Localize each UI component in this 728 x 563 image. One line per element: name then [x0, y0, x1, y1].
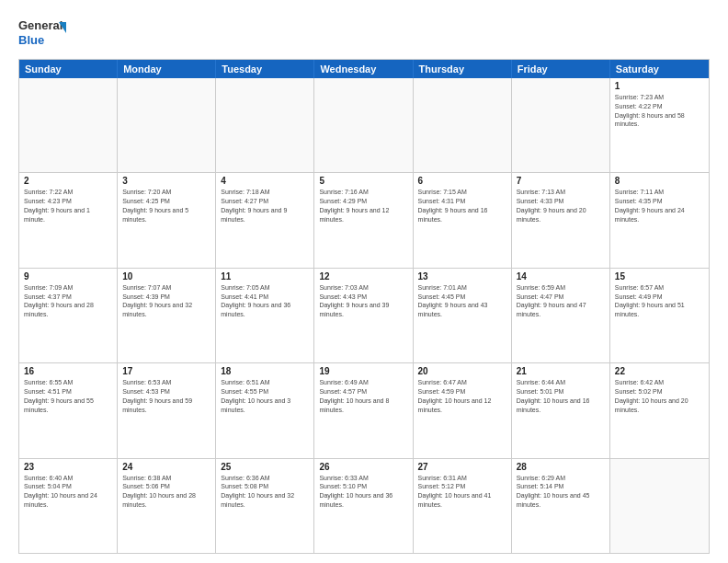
day-number: 13	[418, 271, 506, 282]
calendar-day-17: 17Sunrise: 6:53 AM Sunset: 4:53 PM Dayli…	[118, 363, 216, 457]
day-header-tuesday: Tuesday	[216, 60, 314, 78]
day-number: 23	[24, 462, 112, 472]
calendar-day-2: 2Sunrise: 7:22 AM Sunset: 4:23 PM Daylig…	[19, 173, 118, 267]
day-number: 17	[122, 366, 210, 376]
day-number: 3	[122, 176, 210, 186]
calendar-header-row: SundayMondayTuesdayWednesdayThursdayFrid…	[19, 60, 709, 78]
calendar-day-10: 10Sunrise: 7:07 AM Sunset: 4:39 PM Dayli…	[118, 269, 216, 362]
day-info: Sunrise: 6:42 AM Sunset: 5:02 PM Dayligh…	[615, 378, 704, 414]
day-info: Sunrise: 6:38 AM Sunset: 5:06 PM Dayligh…	[122, 474, 210, 510]
day-number: 14	[517, 271, 605, 282]
calendar-empty-cell	[216, 78, 314, 172]
day-number: 15	[615, 271, 704, 282]
day-number: 21	[517, 366, 605, 376]
day-number: 18	[221, 366, 309, 376]
calendar-day-1: 1Sunrise: 7:23 AM Sunset: 4:22 PM Daylig…	[610, 78, 709, 172]
day-info: Sunrise: 6:44 AM Sunset: 5:01 PM Dayligh…	[517, 378, 605, 414]
day-info: Sunrise: 7:07 AM Sunset: 4:39 PM Dayligh…	[122, 283, 210, 319]
day-header-friday: Friday	[512, 60, 610, 78]
day-info: Sunrise: 6:33 AM Sunset: 5:10 PM Dayligh…	[319, 474, 407, 510]
logo: GeneralBlue	[18, 15, 66, 52]
calendar-week-3: 9Sunrise: 7:09 AM Sunset: 4:37 PM Daylig…	[19, 269, 709, 363]
calendar-day-20: 20Sunrise: 6:47 AM Sunset: 4:59 PM Dayli…	[414, 363, 512, 457]
day-number: 6	[418, 176, 506, 186]
day-number: 11	[221, 271, 309, 282]
calendar-day-14: 14Sunrise: 6:59 AM Sunset: 4:47 PM Dayli…	[512, 269, 610, 362]
calendar-day-9: 9Sunrise: 7:09 AM Sunset: 4:37 PM Daylig…	[19, 269, 118, 362]
calendar-empty-cell	[610, 459, 709, 553]
calendar-week-1: 1Sunrise: 7:23 AM Sunset: 4:22 PM Daylig…	[19, 78, 709, 173]
day-header-thursday: Thursday	[414, 60, 512, 78]
calendar-day-12: 12Sunrise: 7:03 AM Sunset: 4:43 PM Dayli…	[314, 269, 413, 362]
calendar-day-5: 5Sunrise: 7:16 AM Sunset: 4:29 PM Daylig…	[314, 173, 413, 267]
day-info: Sunrise: 6:57 AM Sunset: 4:49 PM Dayligh…	[615, 283, 704, 319]
day-info: Sunrise: 6:29 AM Sunset: 5:14 PM Dayligh…	[517, 474, 605, 510]
calendar-week-2: 2Sunrise: 7:22 AM Sunset: 4:23 PM Daylig…	[19, 173, 709, 268]
calendar-empty-cell	[314, 78, 413, 172]
day-number: 8	[615, 176, 704, 186]
calendar-day-15: 15Sunrise: 6:57 AM Sunset: 4:49 PM Dayli…	[610, 269, 709, 362]
calendar-day-24: 24Sunrise: 6:38 AM Sunset: 5:06 PM Dayli…	[118, 459, 216, 553]
day-info: Sunrise: 7:20 AM Sunset: 4:25 PM Dayligh…	[122, 188, 210, 224]
calendar-day-27: 27Sunrise: 6:31 AM Sunset: 5:12 PM Dayli…	[414, 459, 512, 553]
day-info: Sunrise: 7:09 AM Sunset: 4:37 PM Dayligh…	[24, 283, 112, 319]
calendar-day-7: 7Sunrise: 7:13 AM Sunset: 4:33 PM Daylig…	[512, 173, 610, 267]
logo-svg: GeneralBlue	[18, 15, 66, 52]
day-info: Sunrise: 6:31 AM Sunset: 5:12 PM Dayligh…	[418, 474, 506, 510]
calendar-day-18: 18Sunrise: 6:51 AM Sunset: 4:55 PM Dayli…	[216, 363, 314, 457]
day-number: 10	[122, 271, 210, 282]
calendar-day-6: 6Sunrise: 7:15 AM Sunset: 4:31 PM Daylig…	[414, 173, 512, 267]
calendar: SundayMondayTuesdayWednesdayThursdayFrid…	[18, 59, 710, 554]
day-number: 16	[24, 366, 112, 376]
calendar-day-19: 19Sunrise: 6:49 AM Sunset: 4:57 PM Dayli…	[314, 363, 413, 457]
day-info: Sunrise: 7:23 AM Sunset: 4:22 PM Dayligh…	[615, 93, 704, 129]
svg-text:General: General	[18, 18, 63, 32]
calendar-day-28: 28Sunrise: 6:29 AM Sunset: 5:14 PM Dayli…	[512, 459, 610, 553]
calendar-week-4: 16Sunrise: 6:55 AM Sunset: 4:51 PM Dayli…	[19, 363, 709, 458]
calendar-day-8: 8Sunrise: 7:11 AM Sunset: 4:35 PM Daylig…	[610, 173, 709, 267]
day-number: 4	[221, 176, 309, 186]
day-info: Sunrise: 7:13 AM Sunset: 4:33 PM Dayligh…	[517, 188, 605, 224]
day-number: 7	[517, 176, 605, 186]
calendar-day-25: 25Sunrise: 6:36 AM Sunset: 5:08 PM Dayli…	[216, 459, 314, 553]
calendar-day-26: 26Sunrise: 6:33 AM Sunset: 5:10 PM Dayli…	[314, 459, 413, 553]
calendar-day-16: 16Sunrise: 6:55 AM Sunset: 4:51 PM Dayli…	[19, 363, 118, 457]
day-info: Sunrise: 6:59 AM Sunset: 4:47 PM Dayligh…	[517, 283, 605, 319]
day-number: 22	[615, 366, 704, 376]
calendar-week-5: 23Sunrise: 6:40 AM Sunset: 5:04 PM Dayli…	[19, 459, 709, 553]
day-info: Sunrise: 7:15 AM Sunset: 4:31 PM Dayligh…	[418, 188, 506, 224]
calendar-day-22: 22Sunrise: 6:42 AM Sunset: 5:02 PM Dayli…	[610, 363, 709, 457]
day-info: Sunrise: 7:18 AM Sunset: 4:27 PM Dayligh…	[221, 188, 309, 224]
day-number: 25	[221, 462, 309, 472]
day-number: 24	[122, 462, 210, 472]
calendar-empty-cell	[118, 78, 216, 172]
day-info: Sunrise: 7:03 AM Sunset: 4:43 PM Dayligh…	[319, 283, 407, 319]
day-header-monday: Monday	[118, 60, 216, 78]
day-info: Sunrise: 6:51 AM Sunset: 4:55 PM Dayligh…	[221, 378, 309, 414]
day-number: 20	[418, 366, 506, 376]
day-info: Sunrise: 7:11 AM Sunset: 4:35 PM Dayligh…	[615, 188, 704, 224]
day-header-saturday: Saturday	[610, 60, 709, 78]
calendar-day-11: 11Sunrise: 7:05 AM Sunset: 4:41 PM Dayli…	[216, 269, 314, 362]
day-info: Sunrise: 6:36 AM Sunset: 5:08 PM Dayligh…	[221, 474, 309, 510]
day-number: 26	[319, 462, 407, 472]
page-header: GeneralBlue	[18, 15, 710, 52]
day-number: 9	[24, 271, 112, 282]
calendar-day-4: 4Sunrise: 7:18 AM Sunset: 4:27 PM Daylig…	[216, 173, 314, 267]
day-number: 2	[24, 176, 112, 186]
calendar-day-13: 13Sunrise: 7:01 AM Sunset: 4:45 PM Dayli…	[414, 269, 512, 362]
day-info: Sunrise: 6:40 AM Sunset: 5:04 PM Dayligh…	[24, 474, 112, 510]
calendar-day-21: 21Sunrise: 6:44 AM Sunset: 5:01 PM Dayli…	[512, 363, 610, 457]
day-number: 12	[319, 271, 407, 282]
day-header-wednesday: Wednesday	[314, 60, 413, 78]
svg-text:Blue: Blue	[18, 33, 44, 47]
day-info: Sunrise: 7:16 AM Sunset: 4:29 PM Dayligh…	[319, 188, 407, 224]
day-header-sunday: Sunday	[19, 60, 118, 78]
day-number: 5	[319, 176, 407, 186]
calendar-body: 1Sunrise: 7:23 AM Sunset: 4:22 PM Daylig…	[19, 78, 709, 553]
calendar-day-23: 23Sunrise: 6:40 AM Sunset: 5:04 PM Dayli…	[19, 459, 118, 553]
calendar-empty-cell	[414, 78, 512, 172]
calendar-empty-cell	[512, 78, 610, 172]
day-number: 27	[418, 462, 506, 472]
calendar-day-3: 3Sunrise: 7:20 AM Sunset: 4:25 PM Daylig…	[118, 173, 216, 267]
